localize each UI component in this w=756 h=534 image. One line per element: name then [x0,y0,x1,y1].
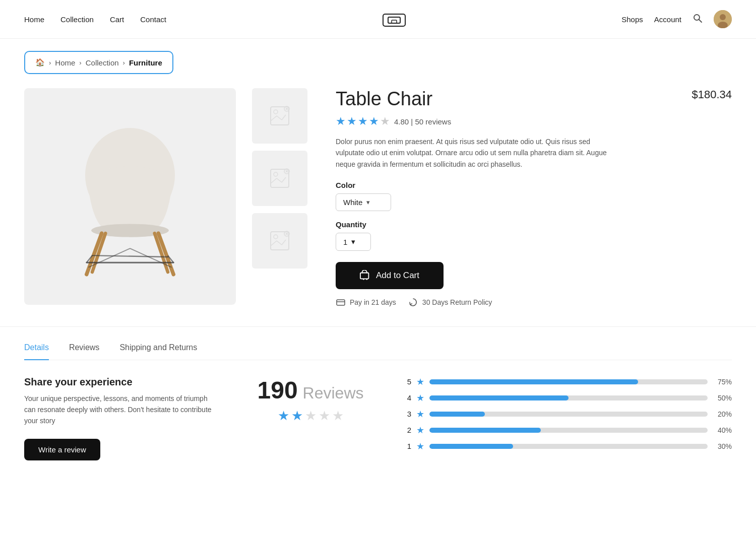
bar-pct-4: 50% [713,394,732,402]
nav-shops[interactable]: Shops [621,15,643,24]
svg-line-15 [92,255,168,257]
bar-label-2: 2 [405,426,411,434]
star-4: ★ [369,115,379,128]
cart-icon [360,270,371,281]
svg-line-24 [282,115,286,120]
chair-illustration [54,106,206,287]
svg-line-38 [271,241,277,246]
share-title: Share your experience [24,376,216,388]
thumbnail-2[interactable] [252,151,307,206]
svg-point-29 [274,172,278,176]
thumbnail-1[interactable] [252,88,307,144]
search-button[interactable] [692,13,703,26]
bar-star-2: ★ [416,425,424,436]
rating-bar-row-5: 5 ★ 75% [405,376,732,387]
bar-star-5: ★ [416,376,424,387]
thumbnail-list [252,88,307,269]
rv-star-2: ★ [291,408,303,424]
rating-row: ★ ★ ★ ★ ★ 4.80 | 50 reviews [336,115,732,128]
nav-home[interactable]: Home [24,15,44,24]
tab-details[interactable]: Details [24,343,49,360]
bar-label-5: 5 [405,377,411,386]
add-to-cart-button[interactable]: Add to Cart [336,262,444,289]
reviews-overall-stars: ★ ★ ★ ★ ★ [240,408,381,424]
svg-line-32 [282,177,286,182]
quantity-select[interactable]: 1 ▾ [336,233,371,251]
tab-reviews[interactable]: Reviews [69,343,99,360]
bar-star-4: ★ [416,392,424,404]
rating-bar-row-4: 4 ★ 50% [405,392,732,404]
nav-cart[interactable]: Cart [110,15,124,24]
star-1: ★ [336,115,346,128]
avatar-icon [714,10,732,28]
rating-bars: 5 ★ 75% 4 ★ 50% 3 ★ 20% 2 ★ 40% 1 ★ 30% [405,376,732,460]
return-badge: 30 Days Return Policy [408,297,492,307]
quantity-value: 1 [343,238,347,246]
pay-badge: Pay in 21 days [336,297,396,307]
site-logo[interactable] [381,9,407,29]
nav-right: Shops Account [621,10,732,28]
nav-contact[interactable]: Contact [140,15,166,24]
bar-fill-3 [429,412,485,417]
color-select[interactable]: White ▾ [336,193,391,211]
product-tabs: Details Reviews Shipping and Returns [24,343,732,360]
product-info: Table Chair $180.34 ★ ★ ★ ★ ★ 4.80 | 50 … [324,88,732,307]
reviews-total-count: 190 [257,376,297,404]
product-price: $180.34 [691,88,732,101]
svg-line-22 [271,116,277,121]
bar-track-2 [429,428,708,433]
product-title: Table Chair [336,88,432,110]
user-avatar[interactable] [714,10,732,28]
svg-line-30 [271,178,277,183]
nav-account[interactable]: Account [654,15,681,24]
bar-track-3 [429,412,708,417]
product-description: Dolor purus non enim praesent. At quis r… [336,136,608,170]
bar-track-5 [429,379,708,384]
share-description: Your unique perspective, lessons, and mo… [24,393,216,427]
nav-left: Home Collection Cart Contact [24,15,166,24]
bar-pct-3: 20% [713,410,732,418]
color-label: Color [336,181,732,189]
rv-star-3: ★ [305,408,317,424]
svg-line-4 [699,19,702,22]
breadcrumb-home-icon: 🏠 [35,58,45,67]
svg-line-40 [282,240,286,245]
star-2: ★ [347,115,357,128]
navbar: Home Collection Cart Contact Shops Accou… [0,0,756,39]
svg-point-45 [363,279,364,280]
bar-fill-1 [429,444,513,449]
quantity-label: Quantity [336,220,732,229]
reviews-summary: 190 Reviews ★ ★ ★ ★ ★ [240,376,381,460]
pay-badge-text: Pay in 21 days [350,298,396,306]
bar-pct-1: 30% [713,442,732,450]
tab-shipping[interactable]: Shipping and Returns [119,343,197,360]
product-section: Table Chair $180.34 ★ ★ ★ ★ ★ 4.80 | 50 … [0,74,756,321]
return-icon [408,297,418,307]
svg-line-23 [277,116,282,120]
return-badge-text: 30 Days Return Policy [422,298,492,306]
svg-line-31 [277,178,282,182]
star-5: ★ [380,115,390,128]
quantity-chevron-icon: ▾ [351,237,355,246]
svg-point-6 [720,14,726,20]
color-value: White [343,198,362,207]
bar-star-1: ★ [416,441,424,452]
write-review-button[interactable]: Write a review [24,439,100,460]
add-to-cart-label: Add to Cart [376,271,419,281]
bar-fill-4 [429,395,569,400]
product-badges: Pay in 21 days 30 Days Return Policy [336,297,732,307]
nav-collection[interactable]: Collection [60,15,94,24]
svg-rect-47 [337,300,345,305]
reviews-word: Reviews [303,384,364,403]
color-chevron-icon: ▾ [366,198,370,206]
svg-point-46 [366,279,367,280]
thumbnail-3[interactable] [252,213,307,269]
star-rating: ★ ★ ★ ★ ★ [336,115,390,128]
breadcrumb-collection[interactable]: Collection [86,58,119,67]
main-product-image [24,88,236,305]
breadcrumb-home[interactable]: Home [55,58,75,67]
svg-line-39 [277,241,282,245]
bar-pct-5: 75% [713,378,732,386]
svg-point-37 [274,235,278,239]
bar-pct-2: 40% [713,426,732,434]
